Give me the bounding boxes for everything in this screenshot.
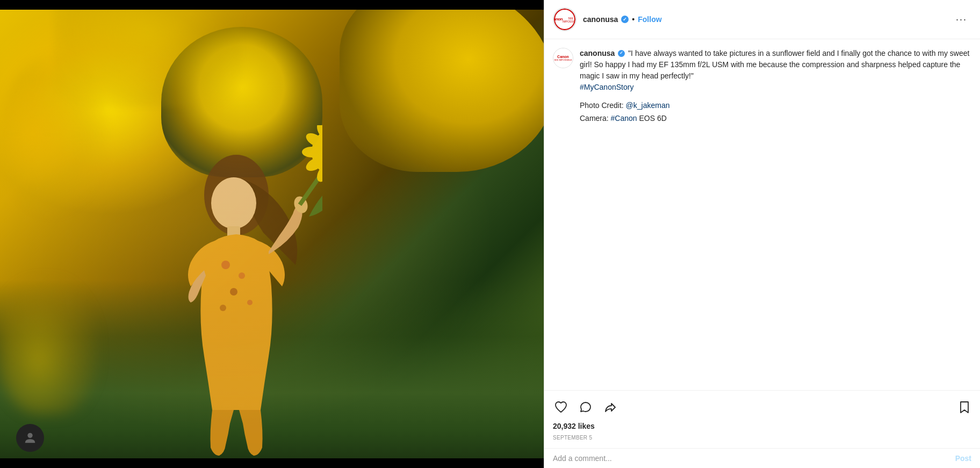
main-caption-block: Canon SEE IMPOSSIBLE canonusa "I have al… bbox=[553, 48, 971, 125]
camera-hashtag[interactable]: #Canon bbox=[611, 114, 637, 123]
photo-credit-line: Photo Credit: @k_jakeman bbox=[580, 99, 971, 112]
header-verified-badge bbox=[621, 16, 629, 23]
comment-button[interactable] bbox=[578, 399, 594, 415]
share-button[interactable] bbox=[602, 399, 618, 415]
caption-username[interactable]: canonusa bbox=[580, 49, 615, 57]
share-icon bbox=[603, 400, 617, 414]
caption-avatar[interactable]: Canon SEE IMPOSSIBLE bbox=[553, 48, 573, 68]
post-date: SEPTEMBER 5 bbox=[553, 433, 971, 446]
caption-body: "I have always wanted to take pictures i… bbox=[580, 49, 969, 80]
camera-label: Camera: bbox=[580, 114, 609, 123]
post-header: Canon SEE IMPOSSIBLE canonusa • Follow ·… bbox=[544, 0, 980, 39]
header-dot: • bbox=[632, 15, 635, 24]
comment-input-row: Post bbox=[544, 448, 980, 468]
caption-text: canonusa "I have always wanted to take p… bbox=[580, 48, 971, 125]
action-icons-row bbox=[553, 395, 971, 420]
svg-point-24 bbox=[27, 433, 32, 438]
header-info: canonusa • Follow bbox=[583, 15, 952, 24]
save-button[interactable] bbox=[957, 399, 971, 415]
top-black-bar bbox=[0, 0, 544, 10]
follow-button[interactable]: Follow bbox=[638, 15, 661, 24]
bottom-black-bar bbox=[0, 458, 544, 468]
canon-logo-caption: Canon SEE IMPOSSIBLE bbox=[553, 48, 573, 68]
caption-hashtag[interactable]: #MyCanonStory bbox=[580, 83, 633, 91]
photo-credit-handle[interactable]: @k_jakeman bbox=[626, 101, 670, 110]
header-avatar[interactable]: Canon SEE IMPOSSIBLE bbox=[553, 8, 577, 31]
canon-logo-header: Canon SEE IMPOSSIBLE bbox=[554, 9, 575, 30]
photo-credit-label: Photo Credit: bbox=[580, 101, 624, 110]
like-button[interactable] bbox=[553, 399, 569, 415]
camera-model: EOS 6D bbox=[639, 114, 667, 123]
likes-count: 20,932 likes bbox=[553, 420, 971, 433]
viewer-avatar[interactable] bbox=[16, 424, 44, 452]
warm-haze bbox=[0, 0, 544, 468]
header-username[interactable]: canonusa bbox=[583, 15, 618, 24]
heart-icon bbox=[554, 400, 568, 414]
comment-icon bbox=[579, 400, 593, 414]
photo-credit-block: Photo Credit: @k_jakeman Camera: #Canon … bbox=[580, 99, 971, 125]
post-comment-button[interactable]: Post bbox=[955, 454, 971, 463]
post-content: Canon SEE IMPOSSIBLE canonusa "I have al… bbox=[544, 39, 980, 390]
comment-input[interactable] bbox=[553, 454, 955, 463]
caption-verified-badge bbox=[618, 50, 625, 57]
action-bar: 20,932 likes SEPTEMBER 5 bbox=[544, 390, 980, 448]
more-options-button[interactable]: ··· bbox=[952, 12, 971, 27]
post-detail-panel: Canon SEE IMPOSSIBLE canonusa • Follow ·… bbox=[544, 0, 980, 468]
person-icon bbox=[23, 430, 38, 445]
bookmark-icon bbox=[959, 400, 970, 414]
camera-line: Camera: #Canon EOS 6D bbox=[580, 112, 971, 125]
photo-panel bbox=[0, 0, 544, 468]
